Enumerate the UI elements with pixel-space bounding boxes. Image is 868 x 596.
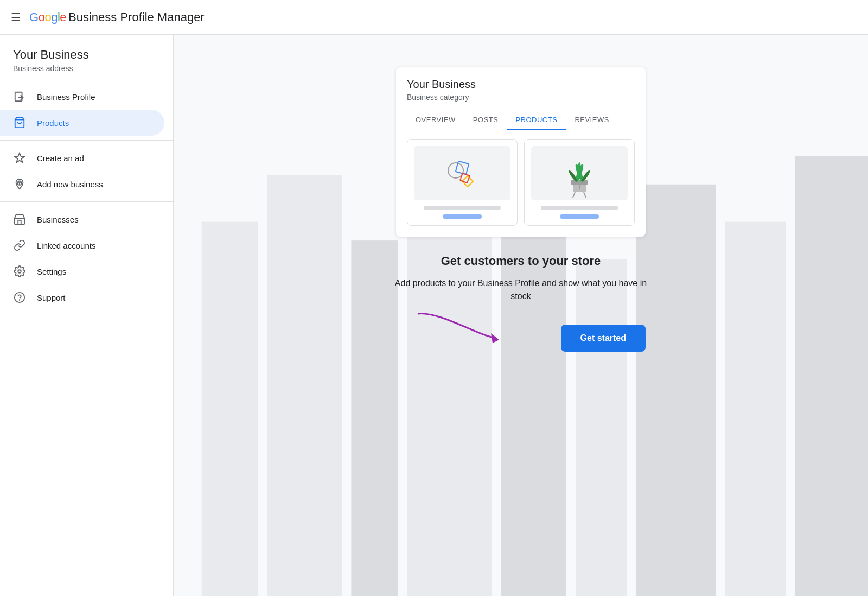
tab-products[interactable]: PRODUCTS [507,110,566,130]
product-preview-card: Your Business Business category OVERVIEW… [396,67,646,237]
svg-rect-19 [725,222,786,596]
ads-icon [13,151,26,164]
cta-area: Get started [385,325,656,352]
app-title: Business Profile Manager [68,10,205,24]
sidebar-label-business-profile: Business Profile [37,92,95,102]
nav-divider-1 [0,140,173,141]
product-btn-1 [443,214,481,219]
basket-icon [13,116,26,129]
svg-rect-20 [795,156,868,596]
main-layout: Your Business Business address Business … [0,35,868,596]
cta-arrow [407,308,515,346]
product-btn-2 [560,214,598,219]
svg-line-37 [584,192,586,198]
sidebar: Your Business Business address Business … [0,35,174,596]
sidebar-label-businesses: Businesses [37,215,79,224]
svg-rect-13 [267,175,342,597]
link-icon [13,239,26,252]
svg-rect-12 [202,222,258,596]
google-logo: Google [29,10,66,24]
add-location-icon [13,177,26,191]
svg-rect-8 [18,220,21,224]
product-image-2 [531,146,628,200]
svg-marker-3 [15,153,24,162]
product-item-2 [524,139,635,226]
tab-reviews[interactable]: REVIEWS [566,110,617,130]
product-item-1 [407,139,518,226]
sidebar-label-linked-accounts: Linked accounts [37,241,95,250]
product-image-1 [414,146,510,200]
settings-icon [13,265,26,278]
sidebar-label-create-ad: Create an ad [37,154,84,163]
svg-point-9 [18,270,21,273]
promo-description: Add products to your Business Profile an… [385,277,656,303]
product-text-1 [424,206,501,210]
sidebar-label-add-business: Add new business [37,180,103,189]
sidebar-item-linked-accounts[interactable]: Linked accounts [0,232,164,258]
product-illustration-2 [558,149,601,198]
menu-icon[interactable]: ☰ [11,11,21,24]
promo-title: Get customers to your store [441,254,601,268]
tab-posts[interactable]: POSTS [464,110,507,130]
sidebar-item-support[interactable]: Support [0,284,164,310]
sidebar-item-business-profile[interactable]: Business Profile [0,84,164,110]
tab-overview[interactable]: OVERVIEW [407,110,464,130]
sidebar-label-settings: Settings [37,267,66,276]
sidebar-label-support: Support [37,293,66,302]
products-grid [407,139,635,226]
help-icon [13,291,26,304]
svg-rect-7 [15,218,24,224]
card-tabs: OVERVIEW POSTS PRODUCTS REVIEWS [407,110,635,130]
sidebar-item-create-ad[interactable]: Create an ad [0,145,164,171]
product-illustration-1 [441,151,484,195]
get-started-button[interactable]: Get started [561,325,646,352]
promo-content: Your Business Business category OVERVIEW… [385,67,656,352]
card-business-name: Your Business [407,78,635,91]
sidebar-item-products[interactable]: Products [0,110,164,136]
sidebar-item-settings[interactable]: Settings [0,258,164,284]
product-text-2 [541,206,618,210]
store-icon [13,213,26,226]
sidebar-business-address: Business address [0,64,173,84]
sidebar-label-products: Products [37,118,69,128]
main-content: Your Business Business category OVERVIEW… [174,35,868,596]
sidebar-item-add-business[interactable]: Add new business [0,171,164,197]
svg-line-36 [573,192,575,198]
card-business-category: Business category [407,93,635,102]
exit-icon [13,90,26,103]
sidebar-business-name: Your Business [0,48,173,64]
sidebar-item-businesses[interactable]: Businesses [0,206,164,232]
svg-point-32 [578,162,581,179]
svg-marker-38 [491,333,499,343]
header: ☰ Google Business Profile Manager [0,0,868,35]
nav-divider-2 [0,201,173,202]
